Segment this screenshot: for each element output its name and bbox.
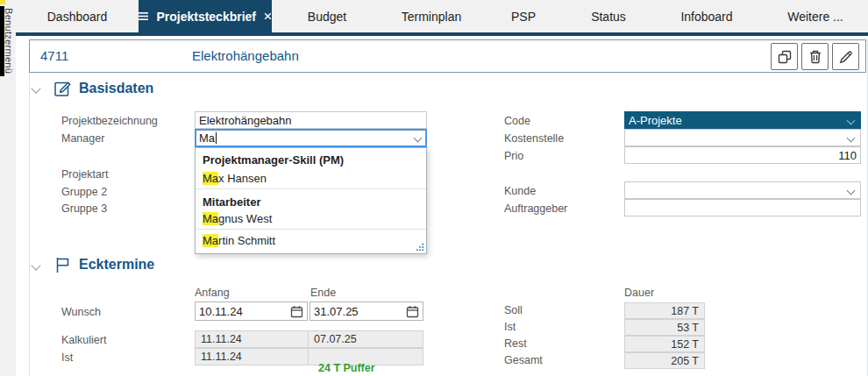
hamburger-icon[interactable] [139,11,148,21]
gruppe2-label: Gruppe 2 [61,186,107,198]
tab-psp[interactable]: PSP [480,0,566,32]
dauer-ist-label: Ist [504,321,516,333]
kostenstelle-label: Kostenstelle [504,132,564,145]
manager-suggestions-dropdown: Projektmanager-Skill (PM) Max Hansen Mit… [195,147,427,254]
basisdaten-title: Basisdaten [79,81,153,96]
tab-terminplan[interactable]: Terminplan [382,0,480,32]
chevron-down-icon [847,186,856,195]
divider [196,188,426,189]
ist-dauer-value: 53 T [624,319,705,336]
ist-anfang-value: 11.11.24 [195,348,309,365]
suggestion-group-header: Projektmanager-Skill (PM) [203,153,344,167]
calendar-icon[interactable] [290,305,303,318]
match-highlight: Ma [203,234,218,247]
rest-dauer-value: 152 T [624,336,705,352]
tab-budget[interactable]: Budget [272,0,382,32]
manager-input-value: Ma [199,131,215,145]
tab-bar: Dashboard Projektsteckbrief Budget Termi… [16,0,868,32]
auftraggeber-label: Auftraggeber [504,202,567,215]
chevron-down-icon [847,133,856,142]
manager-input[interactable]: Ma [195,129,427,147]
kunde-label: Kunde [504,185,536,197]
ist-label: Ist [61,351,73,364]
chevron-down-icon[interactable] [414,134,423,143]
project-number: 4711 [40,40,68,72]
basisdaten-edit-icon [53,79,72,98]
projektbezeichnung-label: Projektbezeichnung [61,115,158,127]
suggestion-item-martin-schmitt[interactable]: Martin Schmitt [203,234,275,247]
suggestion-item-max-hansen[interactable]: Max Hansen [203,172,267,185]
wunsch-anfang-field [195,302,308,321]
tab-dashboard[interactable]: Dashboard [16,0,139,32]
close-icon[interactable] [264,11,272,21]
project-header: 4711 Elektrohängebahn [29,39,866,73]
projektart-label: Projektart [61,168,109,181]
edit-button[interactable] [832,43,859,70]
project-title: Elektrohängebahn [192,40,299,72]
suggestion-group-header: Mitarbeiter [203,195,260,209]
gesamt-dauer-value: 205 T [624,352,705,369]
column-header-dauer: Dauer [624,287,654,299]
gesamt-label: Gesamt [504,354,543,366]
corner-indicator [0,0,5,4]
chevron-down-icon [847,116,856,124]
wunsch-label: Wunsch [61,306,101,318]
column-header-anfang: Anfang [195,287,230,299]
match-highlight: Ma [203,172,218,185]
wunsch-anfang-input[interactable] [199,305,290,318]
trash-icon [808,49,823,65]
project-actions [771,43,859,70]
user-menu-label[interactable]: Benutzermenü [4,8,14,74]
ecktermine-flag-icon [53,255,72,274]
projektbezeichnung-input[interactable] [195,111,427,129]
wunsch-ende-input[interactable] [314,305,406,318]
ecktermine-title: Ecktermine [79,257,154,273]
pencil-icon [838,49,854,65]
copy-icon [777,49,793,65]
code-select-value: A-Projekte [629,114,682,127]
app-window: Benutzermenü Dashboard Projektsteckbrief… [0,0,868,376]
column-header-ende: Ende [310,287,336,299]
code-select[interactable]: A-Projekte [624,111,861,129]
tab-infoboard[interactable]: Infoboard [651,0,763,32]
auftraggeber-input[interactable] [624,199,861,216]
kalkuliert-label: Kalkuliert [61,334,106,346]
kalkuliert-anfang-value: 11.11.24 [195,330,309,348]
kalkuliert-ende-value: 07.07.25 [308,330,423,348]
user-menu-strip: Benutzermenü [0,0,16,376]
resize-grip[interactable] [416,243,424,252]
match-highlight: Ma [203,212,218,225]
tab-projektsteckbrief[interactable]: Projektsteckbrief [139,0,272,32]
puffer-value: 24 T Puffer [318,362,375,374]
delete-button[interactable] [801,43,829,70]
tab-status[interactable]: Status [566,0,651,32]
gruppe3-label: Gruppe 3 [61,202,107,215]
copy-button[interactable] [771,43,798,70]
prio-label: Prio [504,150,523,162]
suggestion-item-magnus-west[interactable]: Magnus West [203,212,272,225]
soll-label: Soll [504,304,523,316]
wunsch-ende-field [309,302,423,321]
active-tab-underline [16,32,868,36]
kostenstelle-select[interactable] [624,129,861,146]
manager-label: Manager [61,132,104,145]
tab-weitere[interactable]: Weitere ... [763,0,868,32]
rest-label: Rest [504,337,527,350]
code-label: Code [504,115,530,127]
text-caret [216,132,217,144]
divider [196,229,426,230]
soll-dauer-value: 187 T [624,302,705,319]
prio-input[interactable] [624,146,861,164]
kunde-select[interactable] [624,181,861,199]
calendar-icon[interactable] [406,305,419,318]
